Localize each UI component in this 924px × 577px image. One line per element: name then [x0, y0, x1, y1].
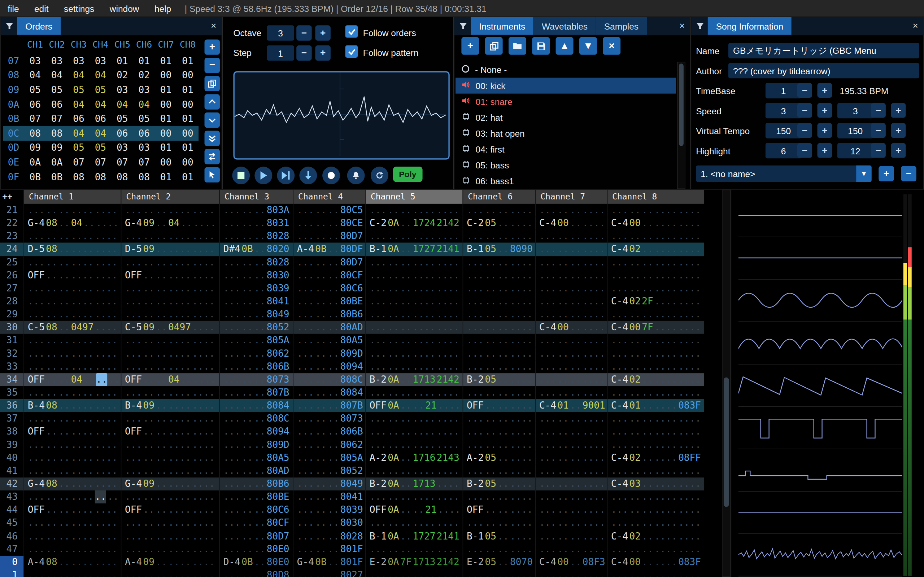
- order-cell[interactable]: 00: [177, 156, 199, 168]
- pattern-cell[interactable]: C-401......083F: [607, 399, 704, 412]
- channel-header-1[interactable]: Channel 1: [23, 190, 121, 204]
- pattern-cell[interactable]: ...............: [121, 386, 220, 399]
- pattern-cell[interactable]: D-508..........: [23, 243, 121, 256]
- pattern-cell[interactable]: .......807B: [293, 399, 365, 412]
- pattern-cell[interactable]: ...............: [121, 530, 220, 543]
- highlight2-input[interactable]: 12: [837, 143, 874, 158]
- pattern-cell[interactable]: .......808C: [293, 373, 365, 386]
- pattern-cell[interactable]: ...........: [535, 360, 607, 373]
- move-instrument-down-button[interactable]: ▼: [579, 37, 597, 55]
- pattern-cell[interactable]: D#40B..8020: [219, 243, 293, 256]
- pattern-cell[interactable]: ...........: [535, 451, 607, 464]
- pattern-cell[interactable]: .......80C6: [219, 503, 293, 516]
- order-cell[interactable]: 01: [155, 171, 176, 182]
- pattern-cell[interactable]: ...............: [121, 464, 220, 477]
- pattern-cell[interactable]: ...........: [535, 373, 607, 386]
- pattern-cell[interactable]: .......80D8: [219, 569, 293, 577]
- pattern-cell[interactable]: ...........: [535, 569, 607, 577]
- speed2-input[interactable]: 3: [837, 103, 874, 118]
- pattern-cell[interactable]: ...........: [463, 438, 535, 451]
- pattern-cell[interactable]: .......806B: [219, 360, 293, 373]
- pattern-cell[interactable]: .......80CF: [293, 269, 365, 282]
- pattern-cell[interactable]: OFF............: [23, 503, 121, 516]
- move-instrument-up-button[interactable]: ▲: [556, 37, 573, 55]
- pattern-cell[interactable]: ...........: [463, 269, 535, 282]
- order-cell[interactable]: 09: [24, 142, 46, 153]
- pattern-cell[interactable]: .......8052: [293, 464, 365, 477]
- song-name-input[interactable]: GBメモリカートリッジ (GBC Menu: [729, 43, 919, 58]
- pattern-cell[interactable]: ...........: [463, 321, 535, 334]
- order-row-08[interactable]: 080404040402020000: [3, 68, 199, 82]
- pattern-cell[interactable]: ...............: [23, 334, 121, 347]
- pattern-cell[interactable]: ...........: [463, 282, 535, 295]
- step-row-button[interactable]: [299, 167, 317, 184]
- order-cell[interactable]: 01: [177, 55, 199, 66]
- pattern-cell[interactable]: ...............: [23, 464, 121, 477]
- close-icon[interactable]: ×: [913, 21, 918, 31]
- pattern-cell[interactable]: ...........: [535, 503, 607, 516]
- pattern-cell[interactable]: G-408..04......: [23, 217, 121, 230]
- order-cell[interactable]: 08: [111, 171, 133, 182]
- pattern-cell[interactable]: ...............: [365, 516, 462, 529]
- pattern-cell[interactable]: ...........: [535, 269, 607, 282]
- pattern-cell[interactable]: OFF............: [121, 503, 220, 516]
- pattern-cell[interactable]: ...............: [23, 569, 121, 577]
- pattern-cell[interactable]: OFF........: [463, 399, 535, 412]
- order-cell[interactable]: 01: [177, 84, 199, 95]
- pattern-cell[interactable]: .......8073: [219, 373, 293, 386]
- step-input[interactable]: 1: [267, 45, 294, 61]
- pattern-cell[interactable]: ...............: [121, 543, 220, 556]
- pattern-cell[interactable]: ...............: [121, 204, 220, 217]
- pattern-cell[interactable]: A-40B..80DF: [293, 243, 365, 256]
- pattern-cell[interactable]: .......80C5: [293, 204, 365, 217]
- pattern-cell[interactable]: .......80E0: [219, 543, 293, 556]
- save-instrument-button[interactable]: [532, 37, 550, 55]
- pattern-cell[interactable]: .......808C: [219, 412, 293, 425]
- follow-pattern-checkbox[interactable]: [346, 45, 358, 58]
- order-cell[interactable]: 01: [177, 113, 199, 124]
- pattern-cell[interactable]: B-205......: [463, 373, 535, 386]
- pattern-cell[interactable]: ...........: [463, 386, 535, 399]
- channel-header-2[interactable]: Channel 2: [121, 190, 220, 204]
- pattern-cell[interactable]: ...............: [23, 360, 121, 373]
- step-increase-button[interactable]: +: [315, 45, 330, 61]
- pattern-cell[interactable]: ...........: [463, 204, 535, 217]
- poly-mode-button[interactable]: Poly: [393, 167, 422, 182]
- pattern-expand[interactable]: ++: [0, 190, 23, 204]
- pattern-cell[interactable]: ...............: [121, 347, 220, 360]
- order-cell[interactable]: 07: [68, 156, 89, 168]
- play-button[interactable]: [254, 167, 272, 184]
- pattern-cell[interactable]: ...........: [463, 334, 535, 347]
- pattern-cell[interactable]: .......8030: [293, 516, 365, 529]
- pattern-cell[interactable]: B-105..8090: [463, 243, 535, 256]
- pattern-cell[interactable]: .......8094: [293, 360, 365, 373]
- pattern-cell[interactable]: .......80D7: [293, 256, 365, 269]
- add-subsong-button[interactable]: +: [879, 166, 894, 181]
- pattern-cell[interactable]: .......80A5: [219, 451, 293, 464]
- pattern-cell[interactable]: ...............: [365, 569, 462, 577]
- pattern-cell[interactable]: ...............: [607, 569, 704, 577]
- pattern-cell[interactable]: ...........: [463, 360, 535, 373]
- pattern-cell[interactable]: .......80B6: [219, 477, 293, 490]
- pattern-cell[interactable]: E-205..8070: [463, 556, 535, 569]
- order-remove-button[interactable]: −: [205, 58, 220, 73]
- pattern-cell[interactable]: .......80CE: [293, 217, 365, 230]
- pattern-cell[interactable]: ...........: [535, 477, 607, 490]
- pattern-cell[interactable]: .......8084: [219, 399, 293, 412]
- pattern-cell[interactable]: E-20A7F17132142: [365, 556, 462, 569]
- order-cell[interactable]: 04: [68, 128, 89, 139]
- pattern-cell[interactable]: D-509..........: [121, 243, 220, 256]
- pattern-cell[interactable]: .......80BE: [219, 490, 293, 503]
- order-row-0C[interactable]: 0C0808040406060000: [3, 126, 199, 140]
- order-cell[interactable]: 04: [46, 69, 68, 81]
- pattern-cell[interactable]: ...............: [23, 347, 121, 360]
- pattern-cell[interactable]: ...............: [23, 386, 121, 399]
- order-cell[interactable]: 08: [89, 171, 111, 182]
- menu-help[interactable]: help: [147, 3, 179, 13]
- timebase-input[interactable]: 1: [766, 83, 802, 98]
- pattern-cell[interactable]: ...............: [607, 386, 704, 399]
- pattern-cell[interactable]: ...............: [365, 347, 462, 360]
- pattern-cell[interactable]: ...............: [23, 282, 121, 295]
- pattern-cell[interactable]: B-205......: [463, 477, 535, 490]
- pattern-cell[interactable]: ...........: [535, 438, 607, 451]
